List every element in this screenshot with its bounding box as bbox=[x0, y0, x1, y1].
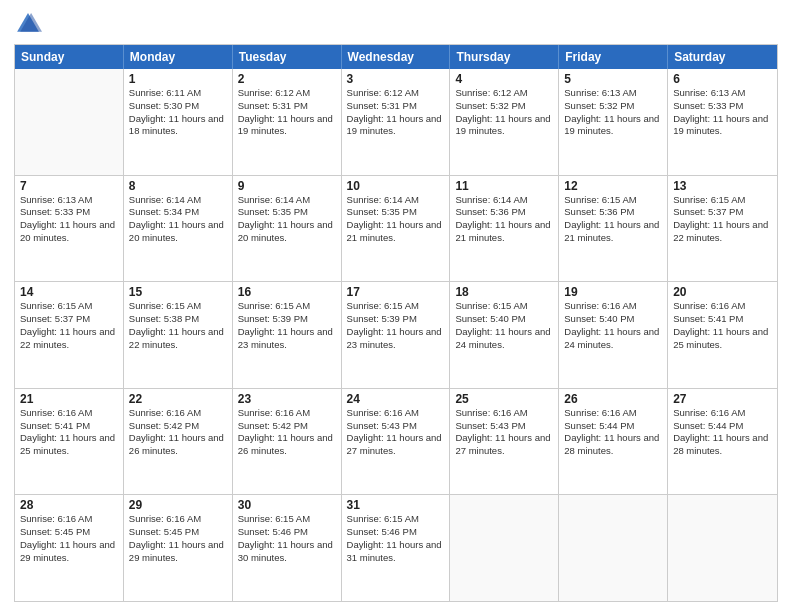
calendar-cell: 24Sunrise: 6:16 AM Sunset: 5:43 PM Dayli… bbox=[342, 389, 451, 495]
day-info: Sunrise: 6:16 AM Sunset: 5:42 PM Dayligh… bbox=[238, 407, 336, 458]
day-info: Sunrise: 6:15 AM Sunset: 5:36 PM Dayligh… bbox=[564, 194, 662, 245]
day-number: 6 bbox=[673, 72, 772, 86]
calendar-cell: 12Sunrise: 6:15 AM Sunset: 5:36 PM Dayli… bbox=[559, 176, 668, 282]
day-number: 4 bbox=[455, 72, 553, 86]
calendar-cell: 9Sunrise: 6:14 AM Sunset: 5:35 PM Daylig… bbox=[233, 176, 342, 282]
day-number: 3 bbox=[347, 72, 445, 86]
day-info: Sunrise: 6:13 AM Sunset: 5:33 PM Dayligh… bbox=[20, 194, 118, 245]
calendar-cell: 5Sunrise: 6:13 AM Sunset: 5:32 PM Daylig… bbox=[559, 69, 668, 175]
header-day: Friday bbox=[559, 45, 668, 69]
day-info: Sunrise: 6:14 AM Sunset: 5:35 PM Dayligh… bbox=[238, 194, 336, 245]
calendar-cell bbox=[450, 495, 559, 601]
calendar-cell: 16Sunrise: 6:15 AM Sunset: 5:39 PM Dayli… bbox=[233, 282, 342, 388]
day-info: Sunrise: 6:14 AM Sunset: 5:35 PM Dayligh… bbox=[347, 194, 445, 245]
calendar-cell bbox=[559, 495, 668, 601]
day-number: 2 bbox=[238, 72, 336, 86]
day-info: Sunrise: 6:16 AM Sunset: 5:45 PM Dayligh… bbox=[20, 513, 118, 564]
header-day: Saturday bbox=[668, 45, 777, 69]
day-number: 19 bbox=[564, 285, 662, 299]
calendar-row: 14Sunrise: 6:15 AM Sunset: 5:37 PM Dayli… bbox=[15, 281, 777, 388]
day-info: Sunrise: 6:15 AM Sunset: 5:40 PM Dayligh… bbox=[455, 300, 553, 351]
day-number: 1 bbox=[129, 72, 227, 86]
calendar-cell bbox=[15, 69, 124, 175]
calendar: SundayMondayTuesdayWednesdayThursdayFrid… bbox=[14, 44, 778, 602]
calendar-cell: 17Sunrise: 6:15 AM Sunset: 5:39 PM Dayli… bbox=[342, 282, 451, 388]
day-number: 17 bbox=[347, 285, 445, 299]
day-info: Sunrise: 6:16 AM Sunset: 5:43 PM Dayligh… bbox=[455, 407, 553, 458]
calendar-cell: 21Sunrise: 6:16 AM Sunset: 5:41 PM Dayli… bbox=[15, 389, 124, 495]
calendar-cell: 28Sunrise: 6:16 AM Sunset: 5:45 PM Dayli… bbox=[15, 495, 124, 601]
calendar-cell: 11Sunrise: 6:14 AM Sunset: 5:36 PM Dayli… bbox=[450, 176, 559, 282]
day-number: 9 bbox=[238, 179, 336, 193]
calendar-row: 21Sunrise: 6:16 AM Sunset: 5:41 PM Dayli… bbox=[15, 388, 777, 495]
calendar-row: 28Sunrise: 6:16 AM Sunset: 5:45 PM Dayli… bbox=[15, 494, 777, 601]
day-number: 22 bbox=[129, 392, 227, 406]
header-day: Monday bbox=[124, 45, 233, 69]
calendar-cell: 19Sunrise: 6:16 AM Sunset: 5:40 PM Dayli… bbox=[559, 282, 668, 388]
day-number: 15 bbox=[129, 285, 227, 299]
day-info: Sunrise: 6:13 AM Sunset: 5:33 PM Dayligh… bbox=[673, 87, 772, 138]
page: SundayMondayTuesdayWednesdayThursdayFrid… bbox=[0, 0, 792, 612]
calendar-cell: 18Sunrise: 6:15 AM Sunset: 5:40 PM Dayli… bbox=[450, 282, 559, 388]
calendar-cell: 22Sunrise: 6:16 AM Sunset: 5:42 PM Dayli… bbox=[124, 389, 233, 495]
day-info: Sunrise: 6:13 AM Sunset: 5:32 PM Dayligh… bbox=[564, 87, 662, 138]
day-number: 8 bbox=[129, 179, 227, 193]
calendar-cell: 27Sunrise: 6:16 AM Sunset: 5:44 PM Dayli… bbox=[668, 389, 777, 495]
day-info: Sunrise: 6:16 AM Sunset: 5:42 PM Dayligh… bbox=[129, 407, 227, 458]
day-number: 11 bbox=[455, 179, 553, 193]
day-info: Sunrise: 6:15 AM Sunset: 5:46 PM Dayligh… bbox=[238, 513, 336, 564]
day-info: Sunrise: 6:14 AM Sunset: 5:34 PM Dayligh… bbox=[129, 194, 227, 245]
day-info: Sunrise: 6:16 AM Sunset: 5:44 PM Dayligh… bbox=[673, 407, 772, 458]
header-day: Wednesday bbox=[342, 45, 451, 69]
calendar-cell: 8Sunrise: 6:14 AM Sunset: 5:34 PM Daylig… bbox=[124, 176, 233, 282]
day-number: 14 bbox=[20, 285, 118, 299]
day-info: Sunrise: 6:15 AM Sunset: 5:38 PM Dayligh… bbox=[129, 300, 227, 351]
day-info: Sunrise: 6:16 AM Sunset: 5:41 PM Dayligh… bbox=[673, 300, 772, 351]
day-number: 28 bbox=[20, 498, 118, 512]
day-number: 7 bbox=[20, 179, 118, 193]
calendar-cell: 13Sunrise: 6:15 AM Sunset: 5:37 PM Dayli… bbox=[668, 176, 777, 282]
day-info: Sunrise: 6:15 AM Sunset: 5:46 PM Dayligh… bbox=[347, 513, 445, 564]
calendar-cell: 2Sunrise: 6:12 AM Sunset: 5:31 PM Daylig… bbox=[233, 69, 342, 175]
day-number: 25 bbox=[455, 392, 553, 406]
day-info: Sunrise: 6:15 AM Sunset: 5:37 PM Dayligh… bbox=[20, 300, 118, 351]
day-number: 18 bbox=[455, 285, 553, 299]
calendar-cell: 14Sunrise: 6:15 AM Sunset: 5:37 PM Dayli… bbox=[15, 282, 124, 388]
day-info: Sunrise: 6:15 AM Sunset: 5:39 PM Dayligh… bbox=[347, 300, 445, 351]
day-info: Sunrise: 6:15 AM Sunset: 5:39 PM Dayligh… bbox=[238, 300, 336, 351]
logo-icon bbox=[14, 10, 42, 38]
day-info: Sunrise: 6:15 AM Sunset: 5:37 PM Dayligh… bbox=[673, 194, 772, 245]
calendar-cell: 20Sunrise: 6:16 AM Sunset: 5:41 PM Dayli… bbox=[668, 282, 777, 388]
day-info: Sunrise: 6:12 AM Sunset: 5:32 PM Dayligh… bbox=[455, 87, 553, 138]
calendar-cell bbox=[668, 495, 777, 601]
header-day: Tuesday bbox=[233, 45, 342, 69]
calendar-cell: 7Sunrise: 6:13 AM Sunset: 5:33 PM Daylig… bbox=[15, 176, 124, 282]
calendar-cell: 1Sunrise: 6:11 AM Sunset: 5:30 PM Daylig… bbox=[124, 69, 233, 175]
calendar-cell: 15Sunrise: 6:15 AM Sunset: 5:38 PM Dayli… bbox=[124, 282, 233, 388]
day-info: Sunrise: 6:16 AM Sunset: 5:40 PM Dayligh… bbox=[564, 300, 662, 351]
calendar-cell: 4Sunrise: 6:12 AM Sunset: 5:32 PM Daylig… bbox=[450, 69, 559, 175]
day-info: Sunrise: 6:16 AM Sunset: 5:41 PM Dayligh… bbox=[20, 407, 118, 458]
day-info: Sunrise: 6:14 AM Sunset: 5:36 PM Dayligh… bbox=[455, 194, 553, 245]
day-number: 26 bbox=[564, 392, 662, 406]
day-number: 29 bbox=[129, 498, 227, 512]
calendar-row: 7Sunrise: 6:13 AM Sunset: 5:33 PM Daylig… bbox=[15, 175, 777, 282]
day-number: 12 bbox=[564, 179, 662, 193]
calendar-cell: 10Sunrise: 6:14 AM Sunset: 5:35 PM Dayli… bbox=[342, 176, 451, 282]
day-info: Sunrise: 6:12 AM Sunset: 5:31 PM Dayligh… bbox=[347, 87, 445, 138]
day-info: Sunrise: 6:16 AM Sunset: 5:45 PM Dayligh… bbox=[129, 513, 227, 564]
header bbox=[14, 10, 778, 38]
calendar-body: 1Sunrise: 6:11 AM Sunset: 5:30 PM Daylig… bbox=[15, 69, 777, 601]
day-number: 30 bbox=[238, 498, 336, 512]
day-number: 24 bbox=[347, 392, 445, 406]
day-number: 31 bbox=[347, 498, 445, 512]
day-number: 10 bbox=[347, 179, 445, 193]
logo bbox=[14, 10, 46, 38]
calendar-header: SundayMondayTuesdayWednesdayThursdayFrid… bbox=[15, 45, 777, 69]
calendar-cell: 29Sunrise: 6:16 AM Sunset: 5:45 PM Dayli… bbox=[124, 495, 233, 601]
calendar-cell: 30Sunrise: 6:15 AM Sunset: 5:46 PM Dayli… bbox=[233, 495, 342, 601]
calendar-cell: 3Sunrise: 6:12 AM Sunset: 5:31 PM Daylig… bbox=[342, 69, 451, 175]
day-number: 23 bbox=[238, 392, 336, 406]
day-info: Sunrise: 6:12 AM Sunset: 5:31 PM Dayligh… bbox=[238, 87, 336, 138]
header-day: Sunday bbox=[15, 45, 124, 69]
